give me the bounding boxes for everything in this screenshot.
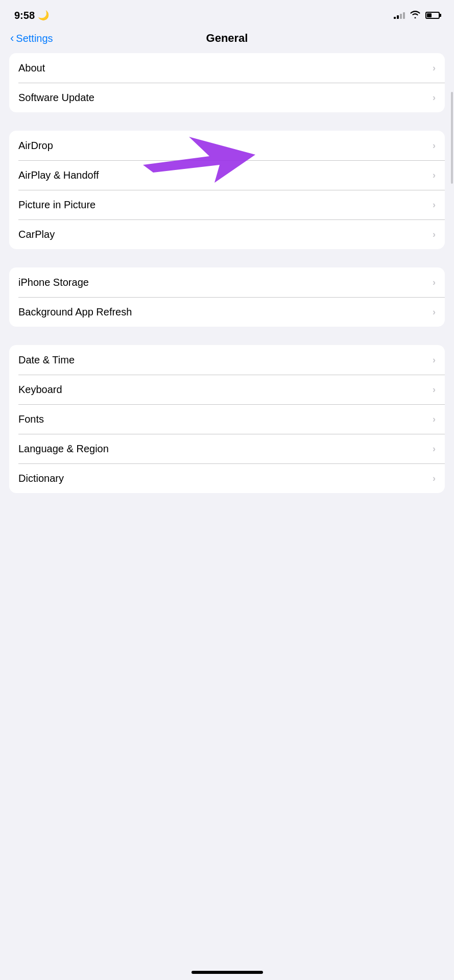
settings-item-label-carplay: CarPlay: [18, 229, 55, 240]
settings-item-iphone-storage[interactable]: iPhone Storage›: [9, 267, 445, 297]
battery-fill: [427, 13, 432, 17]
signal-bar-4: [403, 12, 405, 19]
chevron-right-icon: ›: [433, 384, 436, 395]
chevron-right-icon: ›: [433, 277, 436, 288]
settings-item-label-airdrop: AirDrop: [18, 140, 53, 152]
chevron-right-icon: ›: [433, 414, 436, 425]
settings-item-label-iphone-storage: iPhone Storage: [18, 277, 89, 288]
settings-item-label-language-region: Language & Region: [18, 443, 109, 455]
chevron-right-icon: ›: [433, 229, 436, 240]
back-button[interactable]: ‹ Settings: [10, 33, 53, 44]
chevron-right-icon: ›: [433, 444, 436, 454]
wifi-icon: [410, 11, 420, 20]
signal-bar-3: [400, 14, 402, 19]
settings-item-date-time[interactable]: Date & Time›: [9, 345, 445, 375]
status-time: 9:58 🌙: [14, 10, 49, 21]
page-title: General: [206, 32, 248, 45]
settings-item-keyboard[interactable]: Keyboard›: [9, 375, 445, 404]
settings-item-picture-in-picture[interactable]: Picture in Picture›: [9, 190, 445, 219]
chevron-right-icon: ›: [433, 92, 436, 103]
settings-item-label-dictionary: Dictionary: [18, 473, 64, 484]
settings-item-airdrop[interactable]: AirDrop›: [9, 131, 445, 160]
moon-icon: 🌙: [38, 10, 49, 21]
settings-item-label-software-update: Software Update: [18, 92, 94, 104]
settings-group-group1: About›Software Update›: [9, 53, 445, 112]
settings-item-label-keyboard: Keyboard: [18, 384, 62, 396]
settings-group-group3: iPhone Storage›Background App Refresh›: [9, 267, 445, 327]
settings-item-about[interactable]: About›: [9, 53, 445, 83]
settings-item-background-app-refresh[interactable]: Background App Refresh›: [9, 297, 445, 327]
chevron-right-icon: ›: [433, 473, 436, 484]
chevron-right-icon: ›: [433, 140, 436, 151]
settings-item-label-background-app-refresh: Background App Refresh: [18, 306, 132, 318]
back-label: Settings: [16, 33, 53, 44]
home-indicator: [192, 971, 263, 974]
settings-item-label-picture-in-picture: Picture in Picture: [18, 199, 95, 211]
settings-item-dictionary[interactable]: Dictionary›: [9, 463, 445, 493]
settings-item-label-about: About: [18, 62, 45, 74]
settings-item-carplay[interactable]: CarPlay›: [9, 219, 445, 249]
settings-item-airplay-handoff[interactable]: AirPlay & Handoff›: [9, 160, 445, 190]
settings-item-fonts[interactable]: Fonts›: [9, 404, 445, 434]
settings-item-label-airplay-handoff: AirPlay & Handoff: [18, 169, 99, 181]
settings-item-label-fonts: Fonts: [18, 413, 44, 425]
settings-container: About›Software Update›AirDrop›AirPlay & …: [0, 53, 454, 493]
settings-item-language-region[interactable]: Language & Region›: [9, 434, 445, 463]
time-label: 9:58: [14, 10, 35, 21]
chevron-right-icon: ›: [433, 63, 436, 74]
signal-bar-2: [397, 15, 399, 19]
chevron-right-icon: ›: [433, 307, 436, 317]
signal-icon: [394, 12, 405, 19]
settings-group-group4: Date & Time›Keyboard›Fonts›Language & Re…: [9, 345, 445, 493]
chevron-right-icon: ›: [433, 170, 436, 181]
nav-header: ‹ Settings General: [0, 28, 454, 53]
back-chevron-icon: ‹: [10, 33, 14, 44]
chevron-right-icon: ›: [433, 200, 436, 210]
settings-item-label-date-time: Date & Time: [18, 354, 75, 366]
status-right: [394, 11, 440, 20]
settings-item-software-update[interactable]: Software Update›: [9, 83, 445, 112]
chevron-right-icon: ›: [433, 355, 436, 365]
battery-icon: [425, 12, 440, 19]
settings-group-group2: AirDrop›AirPlay & Handoff›Picture in Pic…: [9, 131, 445, 249]
signal-bar-1: [394, 17, 396, 19]
scrollbar[interactable]: [451, 92, 453, 184]
status-bar: 9:58 🌙: [0, 0, 454, 28]
